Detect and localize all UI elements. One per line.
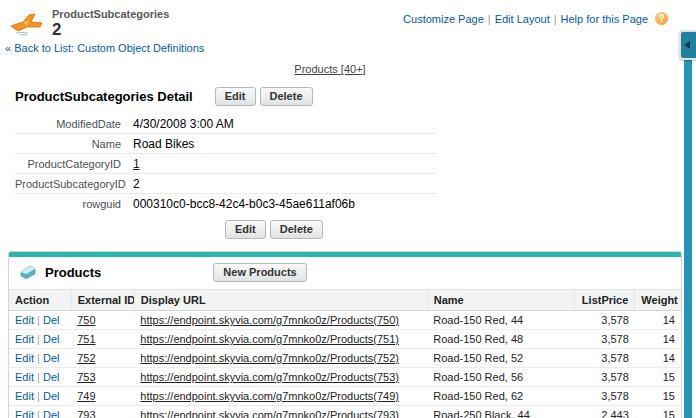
separator: | [554,13,557,25]
table-header-row: Action External ID Display URL Name List… [9,290,681,311]
custom-object-icon [10,11,44,38]
object-type-label: ProductSubcategories [52,8,169,20]
page-header: ProductSubcategories 2 Customize Page | … [0,0,696,39]
field-value: 4/30/2008 3:00 AM [133,117,234,131]
separator: | [37,333,40,345]
field-value: 2 [133,177,140,191]
table-row: Edit | Del 749 https://endpoint.skyvia.c… [9,387,681,406]
detail-fields: ModifiedDate4/30/2008 3:00 AMNameRoad Bi… [15,114,437,213]
detail-field-row: ProductSubcategoryID2 [15,174,437,194]
column-header-listprice: ListPrice [575,290,635,311]
row-edit-link[interactable]: Edit [15,333,34,345]
display-url-link[interactable]: https://endpoint.skyvia.com/g7mnko0z/Pro… [140,390,399,402]
field-label: rowguid [15,198,133,210]
listprice-cell: 3,578 [575,387,635,406]
sidebar-collapse-arrow-icon [684,41,690,49]
weight-cell: 15 [635,387,681,406]
back-to-list-link[interactable]: « Back to List: Custom Object Definition… [5,42,204,54]
weight-cell: 15 [635,368,681,387]
display-url-link[interactable]: https://endpoint.skyvia.com/g7mnko0z/Pro… [140,314,399,326]
row-del-link[interactable]: Del [43,371,60,383]
column-header-action: Action [9,290,71,311]
column-header-display-url: Display URL [134,290,427,311]
detail-field-row: NameRoad Bikes [15,134,437,154]
row-edit-link[interactable]: Edit [15,409,34,418]
weight-cell: 14 [635,311,681,330]
related-list-title: Products [45,265,101,280]
delete-button[interactable]: Delete [260,87,313,106]
table-row: Edit | Del 793 https://endpoint.skyvia.c… [9,406,681,418]
sidebar-collapse-strip[interactable] [684,58,692,418]
external-id-link[interactable]: 750 [77,314,95,326]
new-products-button[interactable]: New Products [213,263,306,282]
product-name-cell: Road-250 Black, 44 [427,406,574,418]
listprice-cell: 3,578 [575,349,635,368]
product-name-cell: Road-150 Red, 44 [427,311,574,330]
edit-button[interactable]: Edit [215,87,256,106]
row-edit-link[interactable]: Edit [15,314,34,326]
product-name-cell: Road-150 Red, 62 [427,387,574,406]
separator: | [37,314,40,326]
help-for-page-link[interactable]: Help for this Page [561,13,648,25]
customize-page-link[interactable]: Customize Page [403,13,484,25]
field-value: 000310c0-bcc8-42c4-b0c3-45ae611af06b [133,197,355,211]
action-cell: Edit | Del [9,368,71,387]
edit-layout-link[interactable]: Edit Layout [495,13,550,25]
product-name-cell: Road-150 Red, 56 [427,368,574,387]
separator: | [37,409,40,418]
separator: | [488,13,491,25]
action-cell: Edit | Del [9,406,71,418]
field-label: ProductSubcategoryID [15,178,133,190]
row-edit-link[interactable]: Edit [15,371,34,383]
display-url-link[interactable]: https://endpoint.skyvia.com/g7mnko0z/Pro… [140,352,399,364]
action-cell: Edit | Del [9,311,71,330]
table-row: Edit | Del 750 https://endpoint.skyvia.c… [9,311,681,330]
separator: | [37,390,40,402]
products-table: Action External ID Display URL Name List… [9,289,681,418]
sidebar-collapse-tab[interactable] [679,30,696,60]
external-id-link[interactable]: 752 [77,352,95,364]
row-del-link[interactable]: Del [43,390,60,402]
related-list-icon [19,265,37,280]
weight-cell: 14 [635,330,681,349]
field-value-link[interactable]: 1 [133,157,140,171]
action-cell: Edit | Del [9,349,71,368]
record-detail-section: ProductSubcategories Detail Edit Delete … [0,87,696,239]
listprice-cell: 2,443 [575,406,635,418]
edit-button-bottom[interactable]: Edit [225,220,266,239]
field-value: 1 [133,157,140,171]
row-del-link[interactable]: Del [43,314,60,326]
detail-field-row: ModifiedDate4/30/2008 3:00 AM [15,114,437,134]
listprice-cell: 3,578 [575,330,635,349]
row-del-link[interactable]: Del [43,333,60,345]
weight-cell: 15 [635,406,681,418]
table-row: Edit | Del 753 https://endpoint.skyvia.c… [9,368,681,387]
external-id-link[interactable]: 751 [77,333,95,345]
row-del-link[interactable]: Del [43,409,60,418]
column-header-name: Name [427,290,574,311]
product-name-cell: Road-150 Red, 48 [427,330,574,349]
display-url-link[interactable]: https://endpoint.skyvia.com/g7mnko0z/Pro… [140,371,399,383]
related-list-quick-links: Products [40+] [0,63,660,75]
listprice-cell: 3,578 [575,311,635,330]
row-edit-link[interactable]: Edit [15,390,34,402]
action-cell: Edit | Del [9,387,71,406]
detail-field-row: ProductCategoryID1 [15,154,437,174]
help-icon[interactable]: ? [655,12,668,25]
display-url-link[interactable]: https://endpoint.skyvia.com/g7mnko0z/Pro… [140,333,399,345]
product-name-cell: Road-150 Red, 52 [427,349,574,368]
row-del-link[interactable]: Del [43,352,60,364]
display-url-link[interactable]: https://endpoint.skyvia.com/g7mnko0z/Pro… [140,409,399,418]
external-id-link[interactable]: 749 [77,390,95,402]
table-row: Edit | Del 751 https://endpoint.skyvia.c… [9,330,681,349]
column-header-external-id: External ID [71,290,134,311]
external-id-link[interactable]: 753 [77,371,95,383]
listprice-cell: 3,578 [575,368,635,387]
field-label: ProductCategoryID [15,158,133,170]
row-edit-link[interactable]: Edit [15,352,34,364]
products-quick-link[interactable]: Products [40+] [294,63,365,75]
external-id-link[interactable]: 793 [77,409,95,418]
field-label: Name [15,138,133,150]
page-title: 2 [52,20,169,39]
delete-button-bottom[interactable]: Delete [270,220,323,239]
